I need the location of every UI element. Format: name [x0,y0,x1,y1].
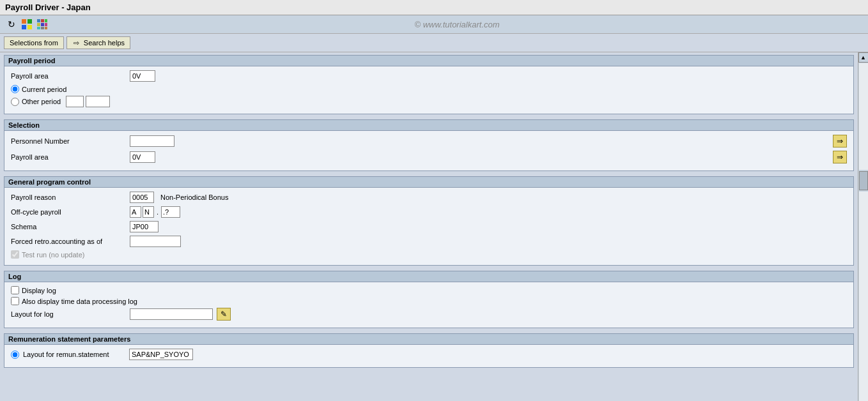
search-helps-label: Search helps [84,39,125,47]
schema-label: Schema [11,223,126,231]
personnel-number-label: Personnel Number [11,137,126,145]
main-content: Payroll period Payroll area Current peri… [0,52,858,401]
payroll-area-row: Payroll area [11,70,847,82]
also-display-checkbox[interactable] [11,297,19,305]
title-bar: Payroll Driver - Japan [0,0,868,15]
off-cycle-inputs: . [130,206,180,218]
payroll-period-section: Payroll period Payroll area Current peri… [4,55,854,114]
personnel-number-input[interactable] [130,135,174,147]
layout-remun-label: Layout for remun.statement [23,351,125,358]
test-run-label: Test run (no update) [22,251,84,259]
payroll-reason-code-input[interactable] [130,192,154,203]
svg-rect-5 [41,19,44,22]
off-cycle-payroll-row: Off-cycle payroll . [11,206,847,218]
layout-for-log-row: Layout for log ✎ [11,308,847,321]
svg-rect-2 [22,25,26,29]
selection-payroll-area-label: Payroll area [11,153,126,161]
other-period-row: Other period [11,96,847,107]
watermark: © www.tutorialkart.com [51,20,863,29]
current-period-label: Current period [22,86,66,93]
color-icon[interactable] [20,18,33,31]
current-period-row: Current period [11,85,847,93]
svg-rect-1 [27,19,32,24]
off-cycle-payroll-label: Off-cycle payroll [11,208,126,216]
payroll-reason-label: Payroll reason [11,193,126,201]
personnel-number-arrow-button[interactable]: ⇒ [833,135,847,148]
selection-payroll-area-arrow-button[interactable]: ⇒ [833,151,847,163]
selection-header: Selection [4,120,853,131]
svg-rect-6 [45,19,47,22]
search-helps-button[interactable]: ⇨ Search helps [66,36,130,49]
forced-retro-label: Forced retro.accounting as of [11,238,126,245]
scroll-track[interactable] [859,63,868,170]
payroll-area-label: Payroll area [11,72,126,80]
also-display-row: Also display time data processing log [11,297,847,305]
current-period-radio[interactable] [11,85,19,93]
selections-from-label: Selections from [10,39,58,47]
grid-icon[interactable] [36,18,49,31]
remuneration-section: Remuneration statement parameters Layout… [4,333,854,368]
scroll-up-button[interactable]: ▲ [858,52,869,63]
off-cycle-input2[interactable] [143,206,154,218]
log-section: Log Display log Also display time data p… [4,271,854,328]
test-run-row: Test run (no update) [11,250,847,259]
svg-rect-11 [41,27,44,29]
selection-payroll-area-input[interactable] [130,151,155,163]
svg-rect-8 [41,23,44,26]
svg-rect-9 [45,23,47,26]
display-log-checkbox[interactable] [11,286,19,294]
selection-payroll-area-row: Payroll area ⇒ [11,151,847,163]
general-program-control-section: General program control Payroll reason N… [4,176,854,266]
svg-rect-0 [22,19,26,24]
layout-remun-input[interactable] [129,349,193,360]
search-helps-arrow-icon: ⇨ [72,38,81,47]
also-display-label: Also display time data processing log [22,298,137,305]
display-log-label: Display log [22,287,56,294]
forced-retro-input[interactable] [130,236,181,247]
remuneration-header: Remuneration statement parameters [4,334,853,345]
other-period-input1[interactable] [66,96,84,107]
svg-rect-3 [27,25,32,29]
svg-rect-7 [37,23,40,26]
display-log-row: Display log [11,286,847,294]
general-program-control-header: General program control [4,177,853,188]
other-period-input2[interactable] [86,96,110,107]
svg-rect-4 [37,19,40,22]
schema-input[interactable] [130,221,159,232]
back-icon[interactable]: ↻ [5,18,18,31]
layout-for-log-input[interactable] [130,308,213,320]
page-title: Payroll Driver - Japan [5,3,91,12]
off-cycle-input3[interactable] [161,206,180,218]
payroll-period-header: Payroll period [4,56,853,66]
selections-from-button[interactable]: Selections from [4,36,64,49]
layout-remun-radio[interactable] [11,351,19,359]
other-period-label: Other period [22,98,61,105]
log-header: Log [4,271,853,282]
layout-for-log-pencil-button[interactable]: ✎ [217,308,231,321]
layout-remun-row: Layout for remun.statement [11,349,847,360]
payroll-area-input[interactable] [130,70,155,82]
test-run-checkbox [11,250,19,259]
svg-rect-10 [37,27,40,29]
schema-row: Schema [11,221,847,232]
forced-retro-row: Forced retro.accounting as of [11,236,847,247]
payroll-reason-row: Payroll reason Non-Periodical Bonus [11,192,847,203]
svg-rect-12 [45,27,47,29]
layout-for-log-label: Layout for log [11,310,126,318]
scrollbar: ▲ ▼ [858,52,868,401]
personnel-number-row: Personnel Number ⇒ [11,135,847,148]
toolbar: ↻ © www.tutorialkart.com [0,15,868,34]
selection-section: Selection Personnel Number ⇒ Payroll are… [4,119,854,171]
payroll-reason-desc: Non-Periodical Bonus [160,193,228,201]
off-cycle-input1[interactable] [130,206,141,218]
scroll-track-bottom[interactable] [859,192,868,401]
other-period-radio[interactable] [11,98,19,106]
